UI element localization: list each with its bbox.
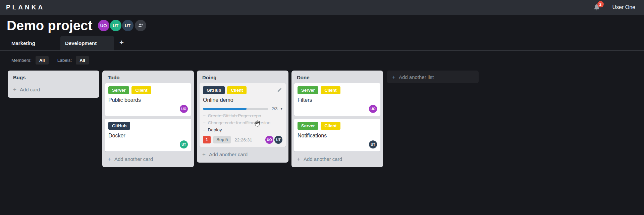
add-list-label: Add another list bbox=[399, 74, 434, 80]
pencil-icon bbox=[277, 87, 282, 92]
list-done: DoneServerClientFiltersUOServerClientNot… bbox=[291, 71, 383, 167]
card-name: Online demo bbox=[203, 97, 282, 103]
filter-bar: Members: All Labels: All bbox=[0, 51, 644, 64]
user-menu[interactable]: User One bbox=[612, 4, 635, 10]
board: Bugs+Add cardTodoServerClientPublic boar… bbox=[0, 64, 644, 167]
list-name[interactable]: Bugs bbox=[13, 75, 26, 80]
card-member-avatar: UO bbox=[265, 136, 273, 144]
card-label: Client bbox=[321, 86, 340, 94]
list-doing: DoingGitHubClientOnline demo2/3▾–Create … bbox=[197, 71, 288, 163]
card-label: GitHub bbox=[108, 122, 130, 130]
list-header: Doing bbox=[197, 71, 288, 83]
task-bullet: – bbox=[203, 127, 206, 132]
list-name[interactable]: Todo bbox=[108, 75, 120, 80]
card-label: Server bbox=[298, 86, 318, 94]
tab-development[interactable]: Development bbox=[60, 36, 114, 50]
card-members: UO bbox=[298, 105, 377, 113]
labels-filter-value[interactable]: All bbox=[76, 56, 89, 64]
person-add-icon bbox=[138, 23, 144, 29]
card[interactable]: ServerClientPublic boardsUO bbox=[105, 83, 191, 116]
notification-count-badge: 2 bbox=[597, 1, 604, 7]
add-card-button[interactable]: +Add card bbox=[8, 83, 99, 97]
plus-icon: + bbox=[108, 156, 111, 162]
plus-icon: + bbox=[297, 156, 300, 162]
card-member-avatar: UT bbox=[180, 140, 188, 148]
card-members: UOUT bbox=[264, 136, 282, 144]
card-label: GitHub bbox=[203, 86, 225, 94]
edit-card-button[interactable] bbox=[276, 87, 283, 94]
planka-logo[interactable]: PLANKA bbox=[6, 4, 45, 11]
plus-icon: + bbox=[13, 87, 16, 92]
card-member-avatar: UO bbox=[180, 105, 188, 113]
card[interactable]: GitHubDockerUT bbox=[105, 119, 191, 152]
labels-filter-label: Labels: bbox=[57, 58, 72, 63]
card-stack: GitHubClientOnline demo2/3▾–Create GitHu… bbox=[197, 83, 288, 147]
due-date-badge: Sep 5 bbox=[213, 136, 231, 143]
card-members: UT bbox=[108, 140, 188, 148]
list-name[interactable]: Done bbox=[297, 75, 310, 80]
task-text: Create GitHub Pages repo bbox=[208, 113, 261, 118]
plus-icon: + bbox=[202, 152, 206, 157]
project-member-avatar[interactable]: UT bbox=[122, 20, 133, 31]
notifications-button[interactable]: 2 bbox=[593, 4, 600, 11]
add-member-button[interactable] bbox=[135, 20, 146, 31]
card-labels: ServerClient bbox=[298, 122, 377, 132]
progress-count: 2/3 bbox=[271, 106, 277, 111]
add-card-button[interactable]: +Add another card bbox=[197, 150, 288, 162]
timer-badge: 22:26:31 bbox=[234, 137, 252, 142]
task-text: Deploy bbox=[208, 127, 222, 132]
card-member-avatar: UO bbox=[369, 105, 377, 113]
add-card-label: Add another card bbox=[304, 156, 342, 162]
plus-icon: + bbox=[392, 74, 395, 80]
card[interactable]: GitHubClientOnline demo2/3▾–Create GitHu… bbox=[200, 83, 286, 147]
add-card-label: Add card bbox=[20, 87, 40, 92]
card-stack: ServerClientPublic boardsUOGitHubDockerU… bbox=[102, 83, 194, 152]
card-member-avatar: UT bbox=[274, 136, 282, 144]
card-members: UT bbox=[298, 140, 377, 148]
task-item: –Deploy bbox=[203, 127, 282, 132]
chevron-down-icon[interactable]: ▾ bbox=[280, 106, 282, 111]
members-filter-label: Members: bbox=[11, 58, 32, 63]
list-bugs: Bugs+Add card bbox=[8, 71, 99, 98]
card-name: Filters bbox=[298, 97, 377, 103]
topbar-right: 2 User One bbox=[593, 4, 635, 11]
card-labels: GitHub bbox=[108, 122, 188, 132]
card-labels: ServerClient bbox=[108, 86, 188, 96]
card-label: Server bbox=[108, 86, 129, 94]
tab-marketing[interactable]: Marketing bbox=[7, 36, 60, 50]
progress-bar-fill bbox=[203, 108, 247, 110]
notification-count-badge: 1 bbox=[203, 136, 211, 143]
card-stack: ServerClientFiltersUOServerClientNotific… bbox=[291, 83, 383, 152]
project-member-avatar[interactable]: UO bbox=[98, 20, 109, 31]
card-labels: ServerClient bbox=[298, 86, 377, 96]
task-item: –Change code for offline version bbox=[203, 120, 282, 125]
project-header: Demo project UOUTUT bbox=[0, 15, 644, 34]
card-label: Server bbox=[298, 122, 318, 130]
task-text: Change code for offline version bbox=[208, 120, 271, 125]
card-member-avatar: UT bbox=[369, 140, 377, 148]
task-bullet: – bbox=[203, 113, 206, 118]
topbar: PLANKA 2 User One bbox=[0, 0, 644, 15]
progress-bar bbox=[203, 108, 268, 110]
add-card-button[interactable]: +Add another card bbox=[291, 155, 383, 167]
members-filter-value[interactable]: All bbox=[36, 56, 49, 64]
list-header: Bugs bbox=[8, 71, 99, 83]
planka-app: PLANKA 2 User One Demo project UOUTUT Ma… bbox=[0, 0, 644, 167]
add-list-button[interactable]: +Add another list bbox=[387, 71, 479, 83]
add-card-button[interactable]: +Add another card bbox=[102, 155, 194, 167]
card-name: Docker bbox=[108, 133, 188, 139]
add-card-label: Add another card bbox=[209, 152, 248, 157]
card[interactable]: ServerClientFiltersUO bbox=[294, 83, 380, 116]
card-members: UO bbox=[108, 105, 188, 113]
board-tabs: MarketingDevelopment+ bbox=[0, 36, 644, 51]
card-name: Notifications bbox=[298, 133, 377, 139]
card[interactable]: ServerClientNotificationsUT bbox=[294, 119, 380, 152]
project-title[interactable]: Demo project bbox=[7, 17, 93, 34]
task-item: –Create GitHub Pages repo bbox=[203, 113, 282, 118]
add-board-button[interactable]: + bbox=[116, 39, 127, 48]
list-name[interactable]: Doing bbox=[202, 75, 217, 80]
project-member-avatar[interactable]: UT bbox=[110, 20, 121, 31]
project-members: UOUTUT bbox=[98, 20, 134, 31]
add-card-label: Add another card bbox=[114, 156, 153, 162]
task-progress: 2/3▾ bbox=[203, 106, 282, 111]
